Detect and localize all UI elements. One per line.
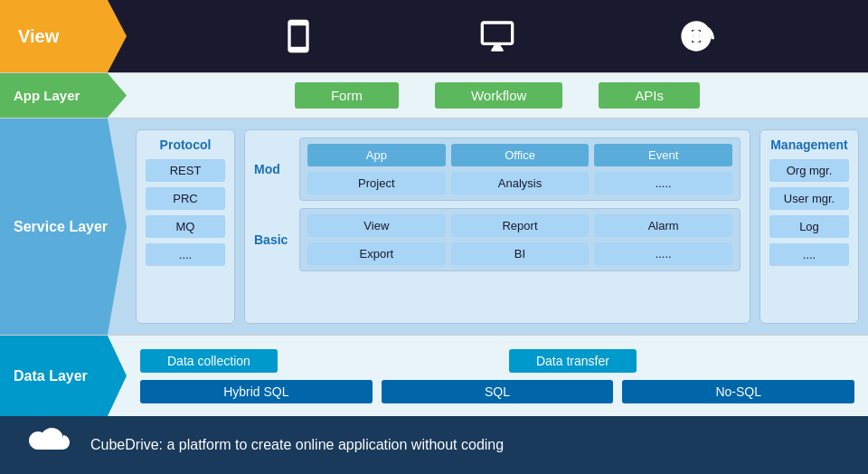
basic-alarm: Alarm <box>594 214 732 237</box>
app-layer-row: App Layer Form Workflow APIs <box>0 72 868 118</box>
cloud-icon <box>27 423 72 468</box>
svg-point-0 <box>693 33 700 40</box>
architecture-diagram: View <box>0 0 868 474</box>
mod-inner: App Office Event Project Analysis ..... <box>299 137 741 201</box>
app-badge-workflow: Workflow <box>435 82 562 109</box>
basic-row2: Export BI ..... <box>307 242 732 265</box>
management-org: Org mgr. <box>769 159 849 182</box>
basic-dots: ..... <box>594 242 732 265</box>
data-layer-label: Data Layer <box>0 336 127 416</box>
management-box: Management Org mgr. User mgr. Log .... <box>760 129 859 324</box>
view-label-text: View <box>18 26 59 47</box>
data-content: Data collection Data transfer Hybrid SQL… <box>127 342 868 411</box>
mod-row1: App Office Event <box>307 144 732 166</box>
mod-basic-box: Mod App Office Event Project Analysis ..… <box>244 129 750 324</box>
management-user: User mgr. <box>769 187 849 210</box>
protocol-mq: MQ <box>146 215 225 238</box>
protocol-dots: .... <box>146 243 225 266</box>
protocol-prc: PRC <box>146 187 225 210</box>
basic-view: View <box>307 214 446 237</box>
management-dots: .... <box>769 243 849 266</box>
app-layer-label: App Layer <box>0 73 127 118</box>
data-transfer: Data transfer <box>509 349 637 373</box>
mod-app: App <box>307 144 446 166</box>
view-icons-container <box>127 18 868 54</box>
app-layer-items: Form Workflow APIs <box>127 82 868 109</box>
data-sql: SQL <box>382 380 614 403</box>
mod-label: Mod <box>254 162 292 176</box>
signal-icon <box>678 18 714 54</box>
mod-project: Project <box>307 172 446 194</box>
service-layer-row: Service Layer Protocol REST PRC MQ .... … <box>0 118 868 335</box>
data-row1: Data collection Data transfer <box>140 349 854 373</box>
mod-event: Event <box>594 144 732 166</box>
basic-export: Export <box>307 242 446 265</box>
basic-bi: BI <box>451 242 590 265</box>
mobile-icon <box>280 18 316 54</box>
management-title: Management <box>770 137 848 152</box>
app-badge-apis: APIs <box>599 82 700 109</box>
management-log: Log <box>769 215 849 238</box>
protocol-rest: REST <box>146 159 225 182</box>
view-label: View <box>0 0 127 72</box>
view-row: View <box>0 0 868 72</box>
app-badge-form: Form <box>295 82 399 109</box>
data-layer-label-text: Data Layer <box>14 368 88 384</box>
data-hybrid-sql: Hybrid SQL <box>140 380 373 403</box>
mod-analysis: Analysis <box>451 172 590 194</box>
service-content: Protocol REST PRC MQ .... Mod App Office… <box>127 118 868 335</box>
app-layer-label-text: App Layer <box>14 88 80 103</box>
basic-section: Basic View Report Alarm Export BI ..... <box>254 208 741 271</box>
data-no-sql: No-SQL <box>622 380 854 403</box>
mod-section: Mod App Office Event Project Analysis ..… <box>254 137 741 201</box>
basic-label: Basic <box>254 232 292 247</box>
basic-row1: View Report Alarm <box>307 214 732 237</box>
service-layer-label: Service Layer <box>0 118 127 335</box>
mod-dots: ..... <box>594 172 732 194</box>
protocol-box: Protocol REST PRC MQ .... <box>136 129 235 324</box>
basic-inner: View Report Alarm Export BI ..... <box>299 208 741 271</box>
footer-row: CubeDrive: a platform to create online a… <box>0 416 868 474</box>
service-layer-label-text: Service Layer <box>14 219 108 235</box>
basic-report: Report <box>451 214 590 237</box>
mod-row2: Project Analysis ..... <box>307 172 732 194</box>
data-layer-row: Data Layer Data collection Data transfer… <box>0 335 868 416</box>
mod-office: Office <box>451 144 590 166</box>
data-row2: Hybrid SQL SQL No-SQL <box>140 380 854 403</box>
footer-text: CubeDrive: a platform to create online a… <box>90 437 504 453</box>
protocol-title: Protocol <box>160 137 212 152</box>
desktop-icon <box>479 18 515 54</box>
data-collection: Data collection <box>140 349 278 373</box>
